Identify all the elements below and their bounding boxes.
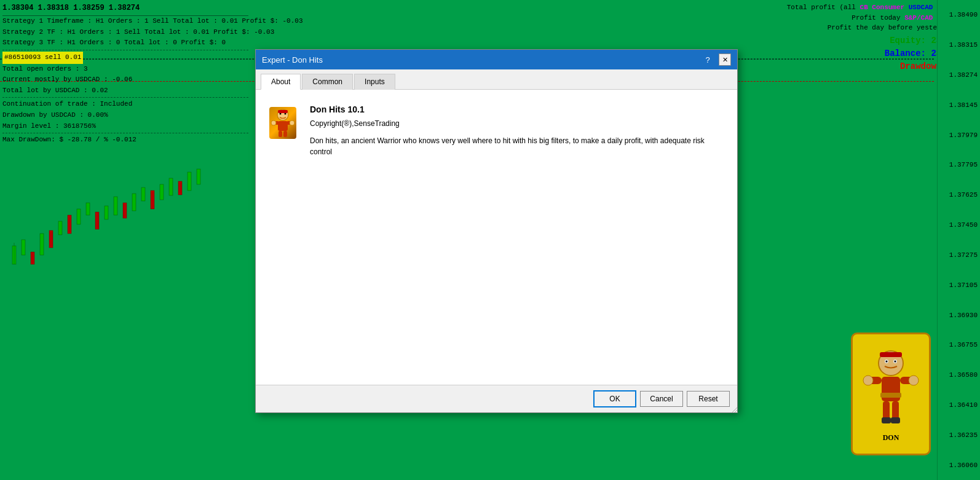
tab-about[interactable]: About bbox=[261, 74, 301, 90]
svg-point-45 bbox=[271, 120, 276, 125]
dialog-title: Expert - Don Hits bbox=[262, 55, 323, 65]
tab-inputs[interactable]: Inputs bbox=[354, 74, 395, 90]
resize-handle[interactable] bbox=[730, 405, 737, 412]
reset-button[interactable]: Reset bbox=[687, 391, 730, 407]
svg-line-51 bbox=[735, 410, 737, 412]
resize-icon bbox=[730, 405, 737, 412]
ok-button[interactable]: OK bbox=[593, 390, 636, 407]
about-icon bbox=[268, 104, 298, 141]
about-product-name: Don Hits 10.1 bbox=[310, 104, 725, 114]
dialog-titlebar: Expert - Don Hits ? ✕ bbox=[256, 50, 737, 69]
cancel-button[interactable]: Cancel bbox=[640, 391, 683, 407]
about-icon-image bbox=[269, 107, 296, 139]
titlebar-buttons: ? ✕ bbox=[701, 53, 731, 66]
dialog-footer: OK Cancel Reset bbox=[256, 385, 737, 412]
about-warrior-icon bbox=[271, 108, 295, 138]
about-description: Don hits, an ancient Warrior who knows v… bbox=[310, 135, 725, 157]
help-button[interactable]: ? bbox=[701, 53, 714, 66]
about-info: Don Hits 10.1 Copyright(®),SenseTrading … bbox=[310, 104, 725, 157]
tab-common[interactable]: Common bbox=[302, 74, 353, 90]
dialog-content: Don Hits 10.1 Copyright(®),SenseTrading … bbox=[256, 90, 737, 385]
svg-line-50 bbox=[732, 407, 737, 412]
svg-rect-49 bbox=[278, 110, 288, 113]
about-copyright: Copyright(®),SenseTrading bbox=[310, 119, 725, 128]
about-section: Don Hits 10.1 Copyright(®),SenseTrading … bbox=[268, 104, 725, 157]
svg-rect-47 bbox=[279, 131, 282, 137]
svg-rect-42 bbox=[278, 121, 288, 131]
svg-point-46 bbox=[290, 120, 294, 125]
close-button[interactable]: ✕ bbox=[719, 53, 731, 66]
dialog-tabs: About Common Inputs bbox=[256, 69, 737, 90]
svg-rect-48 bbox=[283, 131, 287, 137]
expert-dialog: Expert - Don Hits ? ✕ About Common Input… bbox=[255, 49, 738, 413]
